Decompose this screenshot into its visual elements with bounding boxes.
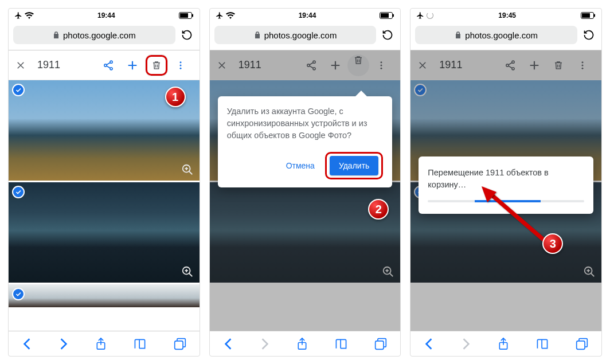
forward-button — [461, 338, 471, 350]
browser-address-bar: photos.google.com — [410, 22, 601, 50]
forward-button — [260, 338, 270, 350]
photo-thumbnail — [210, 182, 401, 283]
svg-rect-15 — [393, 14, 394, 17]
back-button[interactable] — [223, 338, 233, 350]
airplane-mode-icon — [416, 11, 424, 19]
selection-toolbar: 1911 — [9, 50, 200, 80]
refresh-button[interactable] — [179, 29, 195, 41]
trash-icon-active[interactable] — [347, 54, 369, 76]
svg-point-22 — [384, 267, 391, 275]
selected-check-icon[interactable] — [12, 288, 25, 300]
url-pill[interactable]: photos.google.com — [13, 26, 175, 44]
forward-button[interactable] — [58, 338, 69, 350]
photo-thumbnail[interactable] — [9, 182, 200, 283]
svg-point-5 — [110, 67, 112, 69]
refresh-button[interactable] — [380, 29, 396, 41]
selection-toolbar: 1911 — [410, 50, 601, 80]
battery-icon — [581, 12, 596, 19]
lock-icon — [254, 31, 261, 39]
clock: 19:44 — [299, 11, 316, 19]
screen-1: 19:44 photos.google.com 1911 — [8, 8, 200, 357]
step-badge-1: 1 — [165, 87, 186, 107]
loading-spinner-icon — [427, 12, 433, 19]
url-pill[interactable]: photos.google.com — [415, 26, 577, 44]
selection-count: 1911 — [35, 59, 60, 71]
close-selection-button[interactable] — [15, 60, 35, 71]
delete-confirm-popover: Удалить из аккаунта Google, с синхронизи… — [218, 96, 393, 187]
bookmarks-button[interactable] — [334, 338, 348, 350]
zoom-icon — [382, 265, 394, 278]
share-button[interactable] — [299, 60, 323, 71]
lock-icon — [53, 31, 60, 39]
trash-icon[interactable] — [151, 60, 162, 71]
svg-marker-36 — [482, 186, 496, 202]
share-sheet-button[interactable] — [296, 337, 308, 351]
svg-point-30 — [512, 67, 514, 69]
svg-rect-26 — [582, 13, 590, 18]
zoom-icon — [583, 265, 596, 278]
delete-confirm-button[interactable]: Удалить — [330, 156, 378, 175]
svg-point-8 — [179, 67, 181, 69]
share-sheet-button[interactable] — [498, 337, 509, 351]
back-button[interactable] — [22, 338, 32, 350]
add-button[interactable] — [120, 59, 144, 72]
svg-point-33 — [582, 67, 584, 69]
selected-check-icon[interactable] — [12, 186, 25, 198]
add-button[interactable] — [323, 59, 347, 72]
tabs-button[interactable] — [576, 338, 588, 350]
safari-toolbar — [210, 331, 401, 356]
selection-toolbar: 1911 — [210, 50, 401, 80]
screen-3: 19:45 photos.google.com 1911 Перемещение… — [410, 8, 602, 357]
clock: 19:44 — [97, 11, 115, 19]
svg-point-21 — [381, 67, 382, 69]
share-button — [498, 60, 522, 71]
refresh-button[interactable] — [581, 29, 597, 41]
svg-point-20 — [381, 64, 382, 66]
bookmarks-button[interactable] — [133, 338, 147, 350]
svg-rect-1 — [180, 13, 188, 18]
url-pill[interactable]: photos.google.com — [214, 26, 377, 44]
airplane-mode-icon — [14, 11, 22, 19]
svg-point-28 — [512, 61, 514, 63]
selection-count: 1911 — [437, 59, 462, 71]
svg-point-32 — [582, 64, 584, 66]
zoom-icon[interactable] — [181, 163, 194, 176]
svg-rect-27 — [594, 14, 595, 17]
battery-icon — [179, 12, 194, 19]
photo-thumbnail[interactable] — [9, 284, 200, 307]
more-button[interactable] — [369, 60, 393, 71]
selected-check-icon[interactable] — [12, 84, 25, 96]
svg-rect-12 — [174, 340, 182, 349]
selected-check-icon — [414, 84, 427, 96]
status-bar: 19:44 — [210, 9, 401, 22]
svg-rect-24 — [376, 340, 384, 349]
svg-point-3 — [110, 61, 112, 63]
back-button[interactable] — [424, 338, 434, 350]
url-text: photos.google.com — [63, 30, 136, 40]
close-selection-button[interactable] — [217, 60, 236, 71]
tabs-button[interactable] — [374, 338, 387, 350]
svg-point-17 — [307, 64, 310, 66]
share-button[interactable] — [96, 60, 120, 71]
wifi-icon — [25, 12, 34, 19]
safari-toolbar — [9, 331, 200, 356]
browser-address-bar: photos.google.com — [9, 22, 200, 50]
svg-point-18 — [313, 67, 315, 69]
cancel-button[interactable]: Отмена — [283, 156, 318, 175]
battery-icon — [380, 12, 394, 19]
zoom-icon[interactable] — [181, 265, 194, 278]
bookmarks-button[interactable] — [535, 338, 549, 350]
screen-2: 19:44 photos.google.com 1911 Удалить из … — [209, 8, 401, 357]
status-bar: 19:45 — [410, 9, 601, 22]
delete-button-wrapper — [144, 58, 169, 73]
more-button[interactable] — [169, 60, 193, 71]
share-sheet-button[interactable] — [95, 337, 107, 351]
selection-count: 1911 — [236, 59, 261, 71]
popover-message: Удалить из аккаунта Google, с синхронизи… — [227, 105, 384, 142]
svg-point-31 — [582, 61, 584, 63]
wifi-icon — [226, 12, 235, 19]
browser-address-bar: photos.google.com — [210, 22, 401, 50]
svg-point-19 — [381, 61, 382, 63]
svg-line-35 — [490, 193, 548, 244]
tabs-button[interactable] — [174, 338, 186, 350]
